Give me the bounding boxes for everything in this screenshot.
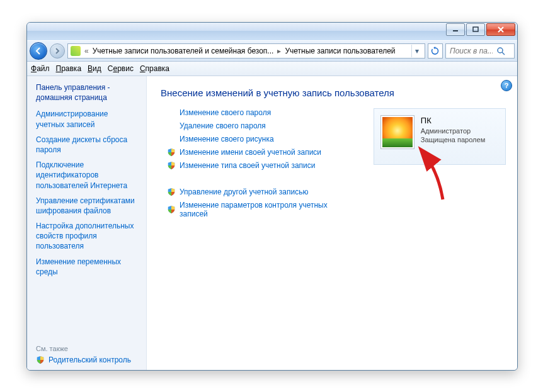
- breadcrumb-chevron-icon: ▸: [277, 47, 281, 55]
- menu-bar: ФФайлайл Правка Вид Сервис Справка: [27, 62, 517, 76]
- breadcrumb-separator: «: [84, 47, 89, 55]
- account-name: ПК: [421, 115, 485, 126]
- action-remove-password[interactable]: Удаление своего пароля: [180, 121, 266, 130]
- sidebar-task-link[interactable]: Подключение идентификаторов пользователе…: [36, 160, 139, 191]
- shield-icon: [167, 205, 176, 214]
- forward-button[interactable]: [50, 43, 65, 59]
- action-change-picture[interactable]: Изменение своего рисунка: [180, 135, 274, 143]
- sidebar-task-link[interactable]: Изменение переменных среды: [36, 257, 139, 277]
- avatar: [380, 115, 414, 149]
- menu-help[interactable]: Справка: [140, 64, 169, 73]
- minimize-button[interactable]: [446, 23, 465, 36]
- menu-file[interactable]: ФФайлайл: [31, 64, 50, 73]
- location-icon: [71, 46, 81, 56]
- page-title: Внесение изменений в учетную запись поль…: [161, 87, 506, 98]
- shield-icon: [167, 161, 176, 170]
- action-uac-settings[interactable]: Изменение параметров контроля учетных за…: [180, 201, 348, 218]
- maximize-button[interactable]: [466, 23, 485, 36]
- navigation-bar: « Учетные записи пользователей и семейна…: [27, 40, 517, 62]
- close-button[interactable]: [486, 23, 515, 36]
- search-icon: [496, 47, 505, 55]
- back-button[interactable]: [30, 42, 47, 60]
- account-card: ПК Администратор Защищена паролем: [374, 108, 506, 165]
- menu-view[interactable]: Вид: [88, 64, 101, 73]
- action-change-password[interactable]: Изменение своего пароля: [180, 108, 271, 117]
- search-input[interactable]: [449, 46, 494, 56]
- help-icon[interactable]: ?: [501, 80, 512, 91]
- control-panel-home-link[interactable]: Панель управления - домашняя страница: [36, 82, 139, 103]
- svg-line-3: [502, 52, 505, 55]
- menu-tools[interactable]: Сервис: [108, 64, 134, 73]
- svg-point-2: [498, 48, 503, 53]
- sidebar: Панель управления - домашняя страница Ад…: [27, 76, 147, 370]
- breadcrumb-segment[interactable]: Учетные записи пользователей: [285, 47, 395, 55]
- content-area: ? Внесение изменений в учетную запись по…: [147, 76, 517, 370]
- refresh-button[interactable]: [428, 43, 443, 59]
- svg-rect-1: [473, 27, 478, 31]
- address-bar[interactable]: « Учетные записи пользователей и семейна…: [67, 43, 425, 59]
- sidebar-task-link[interactable]: Управление сертификатами шифрования файл…: [36, 196, 139, 216]
- account-status: Защищена паролем: [421, 135, 485, 145]
- window: « Учетные записи пользователей и семейна…: [26, 22, 518, 371]
- sidebar-task-link[interactable]: Администрирование учетных записей: [36, 109, 139, 129]
- action-change-account-name[interactable]: Изменение имени своей учетной записи: [180, 148, 321, 157]
- parental-controls-link[interactable]: Родительский контроль: [49, 355, 131, 365]
- menu-edit[interactable]: Правка: [56, 64, 82, 73]
- titlebar: [27, 23, 517, 40]
- shield-icon: [36, 356, 45, 364]
- address-dropdown-button[interactable]: ▾: [411, 45, 422, 57]
- shield-icon: [167, 148, 176, 157]
- sidebar-task-link[interactable]: Настройка дополнительных свойств профиля…: [36, 221, 139, 252]
- account-role: Администратор: [421, 126, 485, 136]
- sidebar-task-link[interactable]: Создание дискеты сброса пароля: [36, 135, 139, 155]
- action-list: Изменение своего пароля Удаление своего …: [161, 108, 348, 218]
- action-change-account-type[interactable]: Изменение типа своей учетной записи: [180, 161, 315, 170]
- see-also-label: См. также: [36, 345, 139, 352]
- breadcrumb-segment[interactable]: Учетные записи пользователей и семейная …: [93, 47, 274, 55]
- svg-rect-0: [453, 30, 458, 31]
- action-manage-other-account[interactable]: Управление другой учетной записью: [180, 188, 308, 196]
- shield-icon: [167, 188, 176, 196]
- window-body: Панель управления - домашняя страница Ад…: [27, 76, 517, 370]
- search-box[interactable]: [445, 43, 515, 59]
